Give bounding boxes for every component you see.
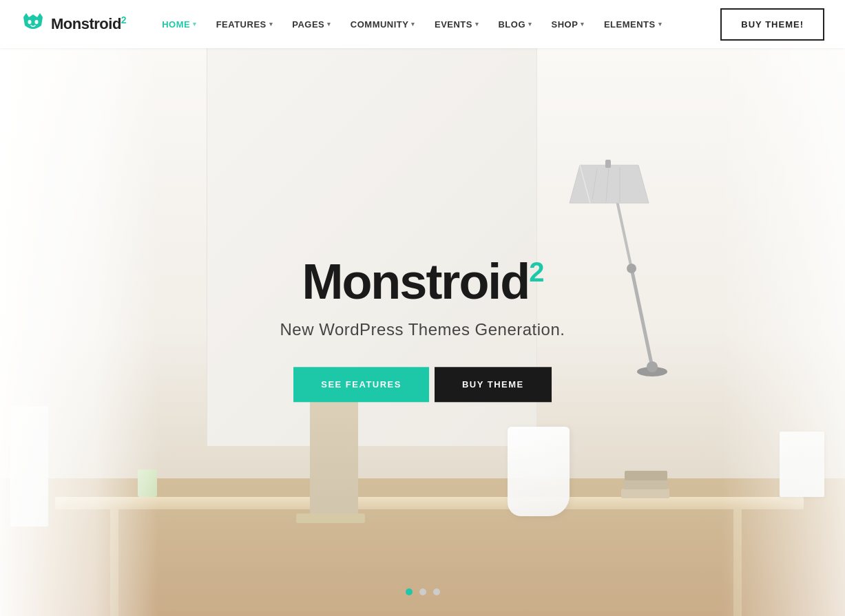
hero-buttons: SEE FEATURES BUY THEME <box>280 367 565 402</box>
chevron-down-icon: ▾ <box>269 21 273 28</box>
hero-title: Monstroid2 <box>280 257 565 306</box>
nav-item-events[interactable]: EVENTS ▾ <box>426 14 488 35</box>
nav-item-home[interactable]: HOME ▾ <box>154 14 205 35</box>
chevron-down-icon: ▾ <box>411 21 415 28</box>
hero-section: Monstroid2 New WordPress Themes Generati… <box>0 48 845 616</box>
brand-name: Monstroid2 <box>51 14 126 33</box>
buy-theme-hero-button[interactable]: BUY THEME <box>435 367 552 402</box>
nav-item-blog[interactable]: BLOG ▾ <box>490 14 540 35</box>
nav-item-features[interactable]: FEATURES ▾ <box>208 14 282 35</box>
buy-theme-button[interactable]: BUY THEME! <box>720 8 824 41</box>
chevron-down-icon: ▾ <box>528 21 532 28</box>
nav-item-shop[interactable]: SHOP ▾ <box>543 14 593 35</box>
chevron-down-icon: ▾ <box>581 21 585 28</box>
nav-item-pages[interactable]: PAGES ▾ <box>284 14 340 35</box>
slider-dot-1[interactable] <box>406 588 413 595</box>
header: Monstroid2 HOME ▾ FEATURES ▾ PAGES ▾ COM… <box>0 0 845 48</box>
chevron-down-icon: ▾ <box>658 21 663 28</box>
main-nav: HOME ▾ FEATURES ▾ PAGES ▾ COMMUNITY ▾ EV… <box>154 14 720 35</box>
svg-point-1 <box>35 20 39 24</box>
logo-icon <box>21 12 45 36</box>
hero-content: Monstroid2 New WordPress Themes Generati… <box>280 257 565 402</box>
logo[interactable]: Monstroid2 <box>21 12 126 36</box>
nav-item-elements[interactable]: ELEMENTS ▾ <box>596 14 670 35</box>
slider-dots <box>406 588 440 595</box>
see-features-button[interactable]: SEE FEATURES <box>293 367 429 402</box>
nav-item-community[interactable]: COMMUNITY ▾ <box>342 14 424 35</box>
chevron-down-icon: ▾ <box>193 21 197 28</box>
hero-subtitle: New WordPress Themes Generation. <box>280 320 565 339</box>
svg-point-0 <box>28 20 32 24</box>
slider-dot-3[interactable] <box>433 588 440 595</box>
chevron-down-icon: ▾ <box>327 21 331 28</box>
chevron-down-icon: ▾ <box>475 21 479 28</box>
slider-dot-2[interactable] <box>419 588 426 595</box>
